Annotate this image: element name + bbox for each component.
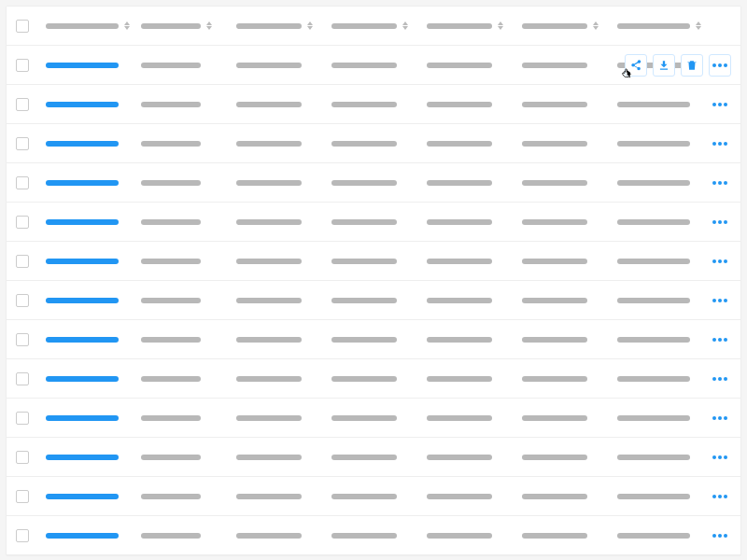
link-cell[interactable] <box>46 63 141 68</box>
text-cell <box>427 180 522 186</box>
more-icon[interactable] <box>709 334 731 345</box>
text-cell <box>236 337 331 343</box>
row-checkbox[interactable] <box>16 137 29 150</box>
link-cell[interactable] <box>46 455 141 460</box>
text-cell <box>522 533 617 539</box>
row-checkbox[interactable] <box>16 98 29 111</box>
text-cell <box>522 141 617 147</box>
row-checkbox[interactable] <box>16 59 29 72</box>
row-actions <box>709 99 731 110</box>
row-checkbox[interactable] <box>16 176 29 189</box>
text-cell <box>617 533 701 539</box>
text-cell <box>141 180 236 186</box>
table-row[interactable] <box>7 320 740 359</box>
more-icon[interactable] <box>709 217 731 228</box>
sort-icon[interactable] <box>696 21 701 30</box>
table-row[interactable] <box>7 516 740 555</box>
more-icon[interactable] <box>709 373 731 385</box>
table-row[interactable] <box>7 399 740 438</box>
link-cell[interactable] <box>46 415 141 421</box>
row-checkbox[interactable] <box>16 529 29 542</box>
link-cell[interactable] <box>46 376 141 382</box>
link-cell[interactable] <box>46 141 141 147</box>
text-cell <box>522 298 617 303</box>
more-icon[interactable] <box>709 491 731 502</box>
text-cell <box>331 455 427 460</box>
link-cell[interactable] <box>46 180 141 186</box>
column-header[interactable] <box>331 21 427 30</box>
text-cell <box>236 141 331 147</box>
more-icon[interactable] <box>709 452 731 463</box>
more-icon[interactable] <box>709 256 731 267</box>
table-row[interactable] <box>7 163 740 203</box>
row-checkbox[interactable] <box>16 255 29 268</box>
row-checkbox[interactable] <box>16 451 29 464</box>
select-all-checkbox[interactable] <box>16 20 29 33</box>
text-cell <box>522 376 617 382</box>
text-cell <box>427 298 522 303</box>
table-row[interactable] <box>7 203 740 242</box>
sort-icon[interactable] <box>402 21 408 30</box>
row-checkbox[interactable] <box>16 333 29 346</box>
text-cell <box>331 533 427 539</box>
table-row[interactable] <box>7 46 740 85</box>
table-row[interactable] <box>7 438 740 477</box>
text-cell <box>427 533 522 539</box>
row-actions <box>709 217 731 228</box>
text-cell <box>236 63 331 68</box>
link-cell[interactable] <box>46 533 141 539</box>
text-cell <box>427 219 522 225</box>
table-row[interactable] <box>7 242 740 281</box>
column-header[interactable] <box>236 21 331 30</box>
text-cell <box>331 219 427 225</box>
more-icon[interactable] <box>709 413 731 424</box>
table-row[interactable] <box>7 477 740 516</box>
more-icon[interactable] <box>709 54 731 77</box>
text-cell <box>236 219 331 225</box>
column-header[interactable] <box>46 21 141 30</box>
table-row[interactable] <box>7 124 740 163</box>
text-cell <box>236 455 331 460</box>
link-cell[interactable] <box>46 102 141 107</box>
link-cell[interactable] <box>46 259 141 264</box>
row-checkbox[interactable] <box>16 412 29 425</box>
table-row[interactable] <box>7 85 740 124</box>
text-cell <box>617 298 701 303</box>
text-cell <box>331 141 427 147</box>
sort-icon[interactable] <box>593 21 599 30</box>
more-icon[interactable] <box>709 138 731 149</box>
more-icon[interactable] <box>709 530 731 541</box>
row-checkbox[interactable] <box>16 490 29 503</box>
more-icon[interactable] <box>709 295 731 306</box>
table-row[interactable] <box>7 359 740 399</box>
text-cell <box>141 494 236 499</box>
row-checkbox[interactable] <box>16 294 29 307</box>
share-icon[interactable] <box>625 54 647 77</box>
link-cell[interactable] <box>46 298 141 303</box>
more-icon[interactable] <box>709 177 731 189</box>
column-header[interactable] <box>617 21 712 30</box>
text-cell <box>427 455 522 460</box>
text-cell <box>427 63 522 68</box>
link-cell[interactable] <box>46 337 141 343</box>
row-actions <box>709 138 731 149</box>
text-cell <box>141 533 236 539</box>
row-checkbox[interactable] <box>16 372 29 385</box>
sort-icon[interactable] <box>206 21 212 30</box>
column-header[interactable] <box>427 21 522 30</box>
link-cell[interactable] <box>46 219 141 225</box>
sort-icon[interactable] <box>124 21 130 30</box>
more-icon[interactable] <box>709 99 731 110</box>
table-row[interactable] <box>7 281 740 320</box>
column-header[interactable] <box>522 21 617 30</box>
row-checkbox[interactable] <box>16 216 29 229</box>
download-icon[interactable] <box>653 54 675 77</box>
sort-icon[interactable] <box>307 21 313 30</box>
link-cell[interactable] <box>46 494 141 499</box>
row-actions <box>709 491 731 502</box>
text-cell <box>331 415 427 421</box>
column-header[interactable] <box>141 21 236 30</box>
text-cell <box>141 141 236 147</box>
delete-icon[interactable] <box>681 54 703 77</box>
sort-icon[interactable] <box>498 21 503 30</box>
